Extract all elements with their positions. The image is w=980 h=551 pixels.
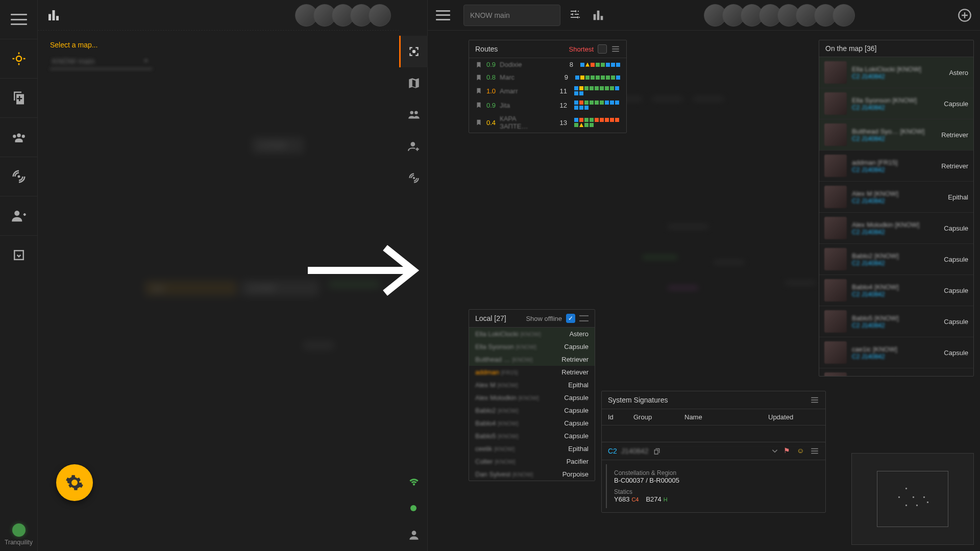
add-user-button[interactable] [0, 196, 38, 235]
pilot-portrait [824, 372, 847, 377]
static-tag: C4 [631, 496, 639, 503]
left-panel-header [38, 0, 399, 31]
local-row[interactable]: Colter [KNOW] Pacifier [469, 455, 595, 468]
show-offline-checkbox[interactable]: ✓ [566, 314, 575, 323]
emoji-icon[interactable]: ☺ [797, 446, 806, 456]
col-id[interactable]: Id [608, 413, 633, 421]
pilot-corp: [KNOW] [512, 357, 532, 363]
pilot-portrait [824, 310, 847, 333]
add-person-icon [407, 140, 421, 153]
on-the-map-row[interactable]: addman [FR15] C2 J140842 Retriever [819, 151, 973, 182]
pilot-corp: [KNOW] [516, 344, 536, 350]
local-row[interactable]: Butthead … [KNOW] Retriever [469, 353, 595, 366]
static-entry: B274H [646, 495, 667, 503]
route-row[interactable]: 1.0 Amarr 11 [469, 84, 626, 98]
local-row[interactable]: Alex M [KNOW] Epithal [469, 379, 595, 391]
routes-settings-icon[interactable] [611, 44, 620, 54]
pilot-name-line: Bablo5 [KNOW] [852, 314, 939, 322]
pilot-ship: Astero [569, 330, 589, 338]
broadcast-button[interactable] [0, 157, 38, 196]
on-the-map-row[interactable]: cae1ic [KNOW] C2 J140842 Capsule [819, 337, 973, 368]
map-tab[interactable] [399, 67, 428, 99]
local-row[interactable]: Bablo5 [KNOW] Capsule [469, 430, 595, 442]
invite-tab[interactable] [399, 131, 428, 162]
fleet-tab[interactable] [399, 99, 428, 131]
signatures-settings-icon[interactable] [810, 395, 819, 405]
local-row[interactable]: Dan Sylvest [KNOW] Porpoise [469, 468, 595, 481]
route-security: 0.9 [486, 102, 496, 109]
copy-icon[interactable] [653, 447, 661, 455]
pilot-ship: Capsule [944, 256, 968, 263]
local-row[interactable]: Alex Molodkin [KNOW] Capsule [469, 391, 595, 404]
pilot-ship: Epithal [948, 193, 968, 201]
pilot-ship: Retriever [941, 162, 968, 170]
col-name[interactable]: Name [684, 413, 768, 421]
pilot-corp: [FR15] [501, 369, 518, 375]
locate-button[interactable] [0, 39, 38, 78]
avatar[interactable] [369, 4, 391, 27]
drag-handle-icon[interactable] [579, 315, 589, 321]
download-icon [11, 247, 27, 263]
route-jumps: 8 [570, 61, 573, 68]
on-the-map-row[interactable]: ceelik [KNOW] C2 J140842 Epithal [819, 368, 973, 377]
route-row[interactable]: 0.9 Jita 12 [469, 98, 626, 112]
local-row[interactable]: Ella Syonson [KNOW] Capsule [469, 340, 595, 353]
pilot-name-line: Alex M [KNOW] [852, 190, 943, 197]
scan-tab[interactable] [399, 36, 428, 67]
pilot-system-line: C2 J140842 [852, 229, 939, 236]
main-area: KNOW main R [399, 0, 980, 551]
signal-tab[interactable] [399, 162, 428, 194]
globe-icon [12, 523, 26, 537]
col-updated[interactable]: Updated [768, 413, 819, 421]
groups-button[interactable] [0, 118, 38, 157]
pilot-portrait [824, 341, 847, 364]
on-the-map-row[interactable]: Ella LokiClocki [KNOW] C2 J140842 Astero [819, 57, 973, 88]
pilot-portrait [824, 61, 847, 84]
route-row[interactable]: 0.4 КАРА ЗАПТЕ… 13 [469, 112, 626, 133]
on-the-map-row[interactable]: Bablo4 [KNOW] C2 J140842 Capsule [819, 275, 973, 306]
minimap[interactable] [851, 453, 974, 545]
on-the-map-row[interactable]: Butthead Syo… [KNOW] C2 J140842 Retrieve… [819, 119, 973, 151]
settings-fab[interactable] [56, 464, 93, 501]
on-the-map-row[interactable]: Bablo5 [KNOW] C2 J140842 Capsule [819, 306, 973, 337]
stats-icon[interactable] [46, 8, 61, 23]
shortest-checkbox[interactable] [598, 44, 607, 54]
pilot-system-line: C2 J140842 [852, 291, 939, 298]
pilot-system-line: C2 J140842 [852, 322, 939, 329]
pilot-name-line: Bablo4 [KNOW] [852, 283, 939, 291]
statics-list: Y683C4B274H [614, 495, 814, 503]
col-group[interactable]: Group [633, 413, 684, 421]
svg-point-6 [411, 142, 415, 146]
server-name: Tranquility [0, 539, 37, 546]
dropdown-icon[interactable] [770, 446, 779, 456]
flag-icon[interactable]: ⚑ [783, 446, 793, 456]
menu-button[interactable] [0, 0, 38, 39]
route-row[interactable]: 0.8 Marc 9 [469, 71, 626, 84]
on-the-map-row[interactable]: Alex Molodkin [KNOW] C2 J140842 Capsule [819, 213, 973, 244]
user-tab[interactable] [399, 519, 428, 551]
local-row[interactable]: Bablo2 [KNOW] Capsule [469, 404, 595, 417]
local-row[interactable]: Ella LokiClocki [KNOW] Astero [469, 328, 595, 340]
system-class: C2 [608, 447, 617, 455]
download-button[interactable] [0, 236, 38, 274]
local-list: Ella LokiClocki [KNOW] Astero Ella Syons… [469, 328, 595, 481]
pilot-corp: [KNOW] [519, 395, 539, 401]
map-select-input[interactable]: KNOW main [50, 53, 152, 69]
sysinfo-settings-icon[interactable] [810, 446, 819, 456]
local-row[interactable]: ceelik [KNOW] Epithal [469, 442, 595, 455]
svg-point-4 [410, 111, 413, 114]
local-row[interactable]: Bablo4 [KNOW] Capsule [469, 417, 595, 430]
online-status-dot [410, 505, 416, 511]
static-entry: Y683C4 [614, 495, 639, 503]
pilot-portrait [824, 217, 847, 239]
local-header: Local [27] Show offline ✓ [469, 310, 595, 328]
on-the-map-row[interactable]: Ella Syonson [KNOW] C2 J140842 Capsule [819, 88, 973, 119]
svg-point-7 [413, 177, 415, 179]
library-button[interactable] [0, 79, 38, 117]
svg-point-5 [414, 111, 418, 114]
route-row[interactable]: 0.9 Dodixie 8 [469, 58, 626, 71]
on-the-map-row[interactable]: Bablo2 [KNOW] C2 J140842 Capsule [819, 244, 973, 275]
local-row[interactable]: addman [FR15] Retriever [469, 366, 595, 379]
pilot-system-line: C2 J140842 [852, 73, 944, 80]
on-the-map-row[interactable]: Alex M [KNOW] C2 J140842 Epithal [819, 182, 973, 213]
